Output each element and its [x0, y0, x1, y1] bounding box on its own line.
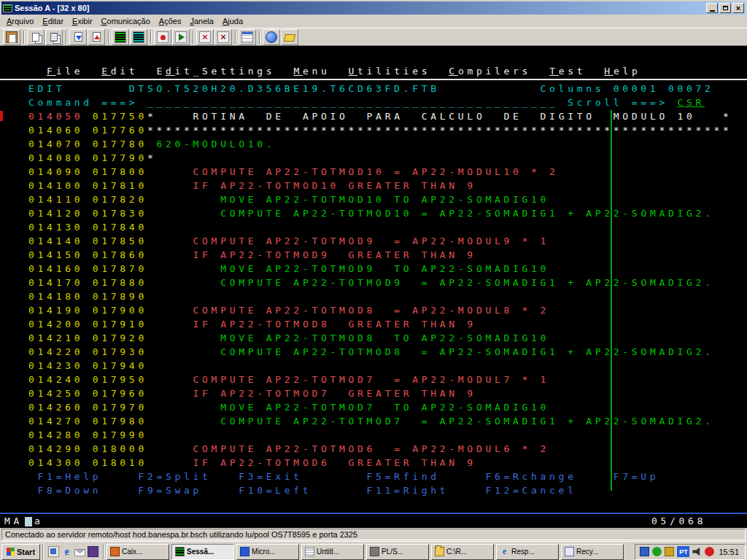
terminal-segment: 017970: [93, 402, 147, 413]
terminal-segment: COMPUTE AP22-TOTMOD10 = AP22-MODUL10 * 2: [147, 166, 559, 177]
terminal-segment: * ROTINA DE APOIO PARA CALCULO DE DIGITO…: [147, 111, 732, 122]
menu-item-arquivo[interactable]: Arquivo: [2, 16, 38, 26]
terminal-segment: 014190: [28, 305, 83, 316]
micro-task-icon: [240, 547, 249, 556]
terminal-segment: 017870: [93, 263, 147, 274]
email-icon[interactable]: [74, 548, 85, 556]
terminal-segment: [10, 66, 47, 77]
terminal-segment: [83, 291, 93, 302]
terminal-segment: 014060: [28, 125, 83, 136]
system-tray: PT 15:51: [635, 544, 746, 560]
terminal-segment: 017930: [93, 346, 147, 357]
menu-item-janela[interactable]: Janela: [185, 16, 217, 26]
keypad-icon[interactable]: [239, 29, 256, 45]
record-macro-icon[interactable]: [154, 29, 171, 45]
taskbar-clock[interactable]: 15:51: [717, 548, 740, 556]
tray-display-icon[interactable]: [640, 547, 649, 556]
terminal-segment: 017850: [93, 236, 147, 246]
terminal-segment: [83, 346, 93, 357]
terminal-segment: [10, 236, 28, 246]
terminal-segment: 017780: [93, 139, 147, 149]
taskbar-button-untitl[interactable]: Untitl...: [301, 544, 364, 560]
terminal-segment: est: [559, 66, 605, 77]
menu-item-editar[interactable]: Editar: [38, 16, 68, 26]
copy-append-icon[interactable]: [45, 29, 63, 45]
terminal-segment: COMPUTE AP22-TOTMOD6 = AP22-MODUL6 * 2: [147, 443, 549, 454]
show-desktop-icon[interactable]: [48, 546, 59, 557]
menu-item-comunicao[interactable]: Comunicação: [97, 16, 155, 26]
terminal-segment: 017790: [93, 152, 147, 163]
terminal-line: 014130 017840: [10, 220, 747, 234]
terminal-segment: 017990: [93, 429, 147, 440]
taskbar: Start Caix...Sessã...Micro...Untitl...PL…: [0, 541, 747, 560]
terminal-segment: 017820: [93, 194, 147, 205]
receive-file-icon[interactable]: [88, 29, 105, 45]
tray-mail-icon[interactable]: [665, 547, 674, 556]
toolbar-separator: [235, 31, 236, 44]
terminal-line: 014080 017790*: [10, 151, 747, 165]
color-setup-icon[interactable]: [130, 29, 147, 45]
desktop: Sessão A - [32 x 80] × ArquivoEditarExib…: [0, 0, 747, 560]
taskbar-button-recy[interactable]: Recy...: [561, 544, 624, 560]
restore-button[interactable]: [719, 3, 731, 13]
delete-icon-glyph: [217, 31, 229, 43]
show-desktop-icon-glyph: [48, 546, 59, 557]
terminal-segment: [83, 402, 93, 413]
terminal-screen[interactable]: File Edit Edit_Settings Menu Utilities C…: [0, 46, 747, 513]
taskbar-button-pls[interactable]: PL/S...: [366, 544, 429, 560]
minimize-button[interactable]: [706, 3, 718, 13]
oia-status-row: MAa05/068: [0, 513, 747, 528]
terminal-segment: EDIT DTSO.T520H20.D356BE19.T6CD63FD.FTB …: [10, 83, 714, 94]
recycle-task-icon: [565, 547, 574, 556]
terminal-segment: 017950: [93, 374, 147, 385]
menu-item-aes[interactable]: Ações: [155, 16, 186, 26]
copy-icon-glyph: [32, 33, 39, 42]
play-macro-icon[interactable]: [172, 29, 190, 45]
language-indicator[interactable]: PT: [677, 546, 689, 557]
terminal-line: 014060 017760***************************…: [10, 123, 747, 137]
terminal-line: 014200 017910 IF AP22-TOTMOD8 GREATER TH…: [10, 317, 747, 331]
copy-icon[interactable]: [27, 29, 44, 45]
caix-task-icon: [110, 547, 120, 556]
terminal-segment: ________________________________________…: [147, 97, 559, 108]
terminal-line: 014150 017860 IF AP22-TOTMOD9 GREATER TH…: [10, 248, 747, 262]
taskbar-button-sess[interactable]: Sessã...: [171, 544, 234, 560]
terminal-segment: [10, 457, 28, 468]
taskbar-button-micro[interactable]: Micro...: [236, 544, 299, 560]
copy-append-icon-glyph: [50, 33, 58, 42]
folder-task-icon: [435, 547, 444, 556]
taskbar-button-resp[interactable]: Resp...: [496, 544, 559, 560]
terminal-segment: H: [604, 66, 614, 77]
taskbar-button-caix[interactable]: Caix...: [107, 544, 169, 560]
internet-explorer-icon[interactable]: [61, 546, 72, 557]
send-file-icon[interactable]: [69, 29, 87, 45]
display-setup-icon[interactable]: [112, 29, 129, 45]
paste-icon[interactable]: [3, 29, 20, 45]
menu-item-ajuda[interactable]: Ajuda: [218, 16, 247, 26]
terminal-segment: 014230: [28, 360, 83, 371]
taskbar-button-cr[interactable]: C:\R...: [431, 544, 494, 560]
volume-icon[interactable]: [692, 547, 702, 556]
delete-icon[interactable]: [214, 29, 232, 45]
browser-icon[interactable]: [263, 29, 280, 45]
terminal-segment: MOVE AP22-TOTMOD10 TO AP22-SOMADIG10: [147, 194, 549, 205]
send-file-icon-glyph: [74, 32, 82, 42]
tray-shield-icon[interactable]: [652, 547, 662, 556]
terminal-line: 014050 017750* ROTINA DE APOIO PARA CALC…: [10, 109, 747, 123]
tray-antivirus-icon[interactable]: [705, 547, 714, 556]
start-button[interactable]: Start: [1, 544, 40, 560]
terminal-line: 014110 017820 MOVE AP22-TOTMOD10 TO AP22…: [10, 192, 747, 206]
help-tag-icon[interactable]: [281, 29, 298, 45]
terminal-segment: 018010: [93, 457, 147, 468]
stop-communication-icon[interactable]: [196, 29, 214, 45]
terminal-segment: Scroll ===>: [559, 97, 678, 108]
menu-item-exibir[interactable]: Exibir: [68, 16, 97, 26]
terminal-segment: [10, 388, 28, 399]
terminal-line: F1=Help F2=Split F3=Exit F5=Rfind F6=Rch…: [10, 470, 747, 483]
terminal-segment: COMPUTE AP22-TOTMOD9 = AP22-SOMADIG1 + A…: [147, 277, 714, 288]
app-launcher-icon[interactable]: [88, 546, 98, 557]
terminal-line: File Edit Edit_Settings Menu Utilities C…: [10, 64, 747, 78]
paste-icon-glyph: [6, 31, 18, 43]
task-button-label: Caix...: [122, 548, 142, 556]
close-button[interactable]: ×: [732, 3, 744, 13]
